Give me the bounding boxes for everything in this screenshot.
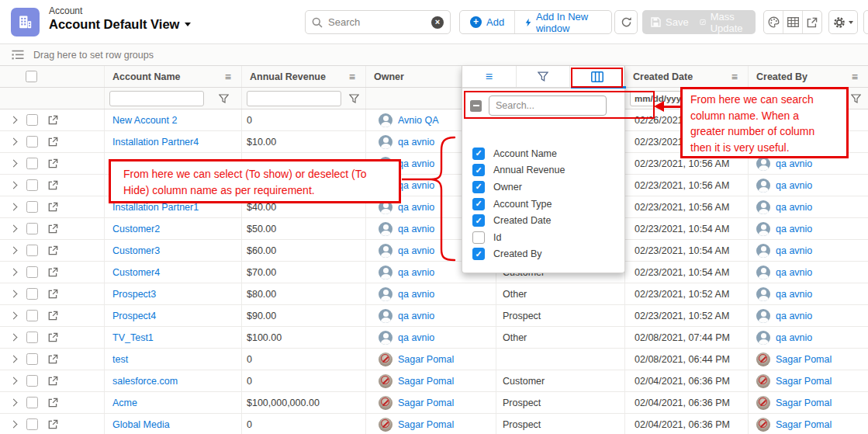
column-menu-icon[interactable]: ≡ xyxy=(349,71,365,83)
row-expand-chevron-icon[interactable] xyxy=(10,421,18,429)
account-name-link[interactable]: New Account 2 xyxy=(112,115,177,126)
popup-column-item[interactable]: Account Type xyxy=(462,196,624,213)
row-popout-icon[interactable] xyxy=(48,289,58,299)
row-expand-chevron-icon[interactable] xyxy=(10,160,18,168)
row-checkbox[interactable] xyxy=(26,288,38,300)
row-expand-chevron-icon[interactable] xyxy=(10,182,18,189)
view-title[interactable]: Account Default View xyxy=(49,17,191,32)
owner-link[interactable]: qa avnio xyxy=(398,245,434,256)
account-name-link[interactable]: Installation Partner4 xyxy=(112,137,199,148)
popup-column-item[interactable]: Annual Revenue xyxy=(462,162,624,179)
account-name-link[interactable]: TV_Test1 xyxy=(112,332,154,343)
popup-tab-filter[interactable] xyxy=(517,66,571,87)
popup-tab-menu[interactable]: ≡ xyxy=(462,66,517,87)
row-expand-chevron-icon[interactable] xyxy=(10,399,18,407)
account-name-link[interactable]: Customer2 xyxy=(112,224,160,234)
account-name-link[interactable]: Prospect4 xyxy=(112,311,156,321)
popup-column-item[interactable]: Created By xyxy=(462,246,624,263)
created-by-link[interactable]: qa avnio xyxy=(776,267,812,278)
settings-button[interactable] xyxy=(828,10,858,34)
account-name-link[interactable]: Global Media xyxy=(112,419,170,430)
row-popout-icon[interactable] xyxy=(48,419,58,429)
created-by-link[interactable]: qa avnio xyxy=(776,180,812,191)
row-expand-chevron-icon[interactable] xyxy=(10,269,18,276)
account-name-filter-input[interactable] xyxy=(109,91,204,106)
row-popout-icon[interactable] xyxy=(48,137,58,147)
created-by-link[interactable]: Sagar Pomal xyxy=(776,398,832,408)
created-by-link[interactable]: qa avnio xyxy=(776,289,812,300)
created-by-link[interactable]: Sagar Pomal xyxy=(776,354,832,365)
column-checkbox[interactable] xyxy=(472,148,485,160)
annual-revenue-filter-input[interactable] xyxy=(247,91,341,106)
account-name-link[interactable]: Customer3 xyxy=(112,245,160,256)
column-menu-icon[interactable]: ≡ xyxy=(731,71,748,83)
filter-funnel-icon[interactable] xyxy=(851,94,861,103)
header-cell-account-name[interactable]: Account Name ≡ xyxy=(105,66,242,87)
owner-link[interactable]: Avnio QA xyxy=(398,115,439,126)
column-checkbox[interactable] xyxy=(472,214,485,227)
row-popout-icon[interactable] xyxy=(48,245,58,255)
account-name-link[interactable]: Acme xyxy=(112,398,137,408)
column-checkbox[interactable] xyxy=(472,164,485,176)
column-checkbox[interactable] xyxy=(472,181,485,193)
column-menu-icon[interactable]: ≡ xyxy=(852,71,868,83)
row-popout-icon[interactable] xyxy=(48,376,58,386)
popup-column-item[interactable]: Account Name xyxy=(462,145,624,162)
filter-funnel-icon[interactable] xyxy=(219,94,229,103)
account-name-link[interactable]: salesforce.com xyxy=(112,376,178,387)
row-popout-icon[interactable] xyxy=(48,267,58,277)
created-by-link[interactable]: qa avnio xyxy=(776,332,812,343)
owner-link[interactable]: qa avnio xyxy=(398,332,434,343)
column-search-input[interactable] xyxy=(489,95,607,116)
column-checkbox[interactable] xyxy=(472,198,485,210)
overflow-button-partial[interactable] xyxy=(863,10,868,34)
row-popout-icon[interactable] xyxy=(48,311,58,321)
row-checkbox[interactable] xyxy=(26,397,38,408)
row-popout-icon[interactable] xyxy=(48,398,58,408)
account-name-link[interactable]: Customer4 xyxy=(112,267,160,278)
row-groups-bar[interactable]: Drag here to set row groups xyxy=(0,44,868,66)
refresh-button[interactable] xyxy=(614,10,638,34)
save-button[interactable]: Save xyxy=(651,16,689,28)
popup-tab-columns[interactable] xyxy=(570,66,624,87)
created-by-link[interactable]: qa avnio xyxy=(776,202,812,213)
owner-link[interactable]: Sagar Pomal xyxy=(398,419,454,430)
row-popout-icon[interactable] xyxy=(48,332,58,342)
created-by-link[interactable]: Sagar Pomal xyxy=(776,376,832,387)
row-checkbox[interactable] xyxy=(26,266,38,278)
created-by-link[interactable]: qa avnio xyxy=(776,158,812,169)
owner-link[interactable]: qa avnio xyxy=(398,137,434,148)
row-expand-chevron-icon[interactable] xyxy=(10,225,18,233)
owner-link[interactable]: qa avnio xyxy=(398,311,434,321)
clear-search-icon[interactable]: × xyxy=(431,16,444,29)
row-popout-icon[interactable] xyxy=(48,354,58,364)
filter-funnel-icon[interactable] xyxy=(349,94,359,103)
row-checkbox[interactable] xyxy=(26,310,38,321)
created-by-link[interactable]: qa avnio xyxy=(776,224,812,234)
row-checkbox[interactable] xyxy=(26,179,38,191)
row-checkbox[interactable] xyxy=(26,223,38,234)
row-checkbox[interactable] xyxy=(26,136,38,148)
add-new-window-button[interactable]: Add In New window xyxy=(515,11,611,33)
row-checkbox[interactable] xyxy=(26,353,38,365)
owner-link[interactable]: Sagar Pomal xyxy=(398,354,454,365)
row-popout-icon[interactable] xyxy=(48,202,58,212)
row-popout-icon[interactable] xyxy=(48,180,58,190)
header-cell-created-date[interactable]: Created Date ≡ xyxy=(625,66,749,87)
row-popout-icon[interactable] xyxy=(48,224,58,234)
header-cell-created-by[interactable]: Created By ≡ xyxy=(749,66,868,87)
column-checkbox[interactable] xyxy=(472,231,485,244)
row-expand-chevron-icon[interactable] xyxy=(10,312,18,320)
column-menu-icon[interactable]: ≡ xyxy=(225,71,241,83)
row-expand-chevron-icon[interactable] xyxy=(10,290,18,298)
search-input[interactable] xyxy=(328,16,426,28)
popup-column-item[interactable]: Id xyxy=(462,229,624,246)
row-expand-chevron-icon[interactable] xyxy=(10,356,18,363)
account-name-link[interactable]: Prospect3 xyxy=(112,289,156,300)
popup-column-item[interactable]: Created Date xyxy=(462,212,624,229)
created-by-link[interactable]: qa avnio xyxy=(776,245,812,256)
owner-link[interactable]: qa avnio xyxy=(398,202,434,213)
owner-link[interactable]: qa avnio xyxy=(398,289,434,300)
owner-link[interactable]: qa avnio xyxy=(398,180,434,191)
open-new-window-button[interactable] xyxy=(803,11,821,33)
